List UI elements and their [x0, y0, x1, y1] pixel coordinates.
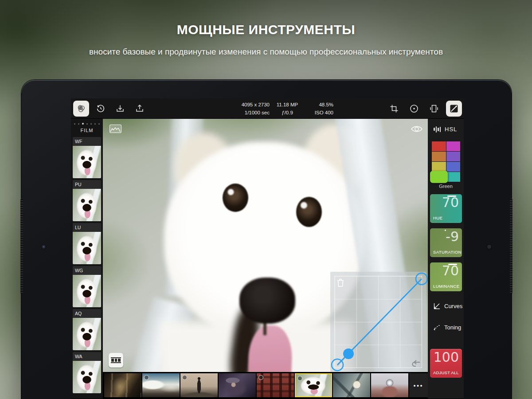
speaker-grille-left: [20, 199, 23, 294]
filmstrip-more-button[interactable]: •••: [409, 373, 428, 397]
filter-preset-aq[interactable]: AQ: [73, 309, 101, 350]
history-button[interactable]: [93, 101, 109, 117]
filmstrip-item-dog-selected[interactable]: [295, 373, 332, 397]
hero-title: МОЩНЫЕ ИНСТРУМЕНТЫ: [0, 22, 532, 37]
filter-category-title: FILM: [71, 128, 103, 133]
bezel-camera-right: [487, 245, 491, 249]
swatch-red[interactable]: [432, 141, 446, 151]
filter-preset-lu[interactable]: LU: [73, 223, 101, 264]
history-icon: [95, 103, 106, 114]
adjust-all-card[interactable]: 100 ADJUST ALL: [430, 349, 462, 378]
toning-menu-item[interactable]: Toning: [433, 324, 461, 331]
local-adjustments-button[interactable]: [446, 101, 462, 117]
raw-badge: [258, 375, 263, 380]
filter-pages-indicator[interactable]: [71, 123, 103, 125]
curves-menu-item[interactable]: Curves: [433, 302, 462, 310]
saturation-label: SATURATION: [433, 250, 462, 254]
toolbar-right-group: [383, 98, 463, 119]
raw-badge: [297, 376, 302, 381]
filters-icon: [76, 103, 86, 114]
speaker-grille-right: [510, 199, 512, 294]
export-button[interactable]: [132, 101, 148, 117]
swatch-magenta[interactable]: [446, 141, 461, 151]
filmstrip-item-red-building[interactable]: [257, 373, 294, 397]
raw-badge: [182, 375, 187, 380]
toolbar-left-group: [72, 101, 148, 117]
luminance-value: 70: [442, 263, 459, 278]
filter-preview-thumbnail: [73, 189, 101, 221]
swatch-yellow[interactable]: [432, 162, 446, 172]
bezel-camera-left: [42, 245, 46, 249]
export-icon: [134, 103, 145, 114]
dog-eye: [296, 197, 322, 227]
curves-overlay-panel[interactable]: [330, 272, 426, 372]
filter-preview-thumbnail: [73, 275, 101, 307]
tablet-device: 4095 x 2730 11.18 MP 48.5% 1/1000 sec ƒ/…: [21, 80, 512, 399]
photo-canvas[interactable]: [103, 119, 428, 372]
import-button[interactable]: [112, 101, 128, 117]
filter-preview-thumbnail: [73, 318, 101, 350]
frame-icon: [429, 104, 439, 113]
filmstrip-item-drinks-table[interactable]: [104, 373, 141, 397]
hsl-header: HSL: [434, 126, 464, 133]
exif-dimensions: 4095 x 2730: [220, 101, 270, 109]
crop-icon: [389, 104, 399, 113]
adjust-all-value: 100: [434, 349, 459, 365]
selected-color-label: Green: [428, 184, 464, 189]
canvas-column: •••: [103, 119, 428, 399]
adjust-all-label: ADJUST ALL: [433, 370, 459, 375]
saturation-slider[interactable]: -9 SATURATION: [430, 228, 462, 257]
top-toolbar: 4095 x 2730 11.18 MP 48.5% 1/1000 sec ƒ/…: [71, 98, 464, 119]
hue-value: 70: [442, 195, 459, 210]
swatch-teal[interactable]: [446, 172, 461, 182]
filmstrip-item-station-clock[interactable]: [333, 373, 370, 397]
filmstrip-item-woman-building[interactable]: [180, 373, 218, 397]
swatch-blue[interactable]: [446, 162, 461, 172]
swatch-purple[interactable]: [446, 152, 461, 161]
swatch-green-selected[interactable]: [430, 171, 447, 183]
filters-button[interactable]: [73, 101, 89, 117]
hero-text: МОЩНЫЕ ИНСТРУМЕНТЫ вносите базовые и про…: [0, 22, 532, 57]
filmstrip-item-clouds[interactable]: [142, 373, 180, 397]
preview-eye-button[interactable]: [411, 125, 423, 133]
curve-active-point: [343, 348, 354, 359]
hue-slider[interactable]: 70 HUE: [430, 194, 462, 223]
filter-preset-pu[interactable]: PU: [73, 180, 101, 221]
frame-button[interactable]: [426, 101, 442, 117]
hero-subtitle: вносите базовые и продвинутые изменения …: [0, 47, 532, 57]
equalizer-icon: [434, 126, 441, 133]
luminance-label: LUMINANCE: [433, 284, 460, 289]
exif-shutter: 1/1000 sec: [220, 109, 270, 117]
tone-curve[interactable]: [330, 272, 426, 372]
filter-preset-list: WF PU LU WG: [71, 137, 103, 393]
filter-preview-thumbnail: [73, 361, 101, 393]
filter-preview-thumbnail: [73, 232, 101, 264]
app-screen: 4095 x 2730 11.18 MP 48.5% 1/1000 sec ƒ/…: [71, 98, 464, 399]
swatch-orange[interactable]: [432, 152, 446, 161]
hsl-title: HSL: [445, 126, 457, 133]
hsl-sidebar: HSL Green 70 HUE: [428, 119, 464, 399]
filter-preset-wf[interactable]: WF: [73, 137, 101, 178]
exif-aperture: ƒ/0.9: [270, 109, 305, 117]
hsl-color-grid: [432, 141, 460, 182]
filter-preset-wa[interactable]: WA: [73, 352, 101, 393]
filmstrip-toggle-button[interactable]: [109, 353, 123, 368]
crop-button[interactable]: [386, 101, 402, 117]
curves-icon: [433, 302, 441, 310]
filmstrip-item-hand-sphere[interactable]: [371, 373, 408, 397]
toning-icon: [433, 324, 441, 331]
raw-badge: [144, 375, 149, 380]
filter-preset-wg[interactable]: WG: [73, 266, 101, 307]
dog-eye: [223, 184, 248, 212]
hue-label: HUE: [433, 215, 442, 220]
exif-readout: 4095 x 2730 11.18 MP 48.5% 1/1000 sec ƒ/…: [220, 101, 335, 117]
histogram-button[interactable]: [110, 125, 121, 133]
saturation-value: -9: [446, 229, 459, 244]
radial-filter-icon: [409, 104, 419, 113]
exif-megapixels: 11.18 MP: [270, 101, 305, 109]
filters-sidebar: FILM WF PU LU WG: [71, 119, 103, 399]
filmstrip-item-photographer[interactable]: [219, 373, 256, 397]
radial-filter-button[interactable]: [406, 101, 422, 117]
luminance-slider[interactable]: 70 LUMINANCE: [430, 262, 462, 291]
local-adjustments-icon: [449, 103, 459, 114]
